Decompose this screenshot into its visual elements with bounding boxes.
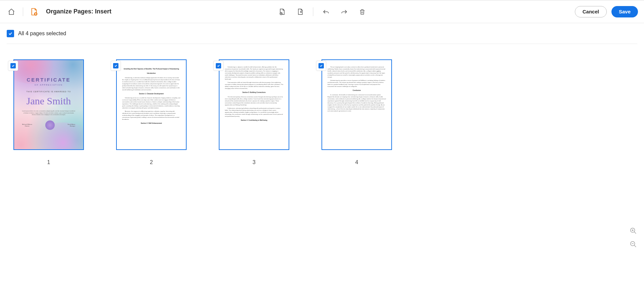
certificate-awarded-to: THIS CERTIFICATE IS AWARDED TO <box>18 91 79 93</box>
page-number: 4 <box>355 159 358 165</box>
page-checkbox[interactable] <box>111 61 121 71</box>
certificate-sign-right: Sarah Myers Manager <box>67 123 75 127</box>
page-thumbnail[interactable]: CERTIFICATE OF APPRECIATION THIS CERTIFI… <box>13 59 84 150</box>
top-toolbar: Organize Pages: Insert <box>0 0 644 23</box>
page-item: CERTIFICATE OF APPRECIATION THIS CERTIFI… <box>13 59 84 165</box>
trash-icon[interactable] <box>357 6 367 17</box>
certificate-sign-left: Michael Williams Director <box>22 123 32 127</box>
page-checkbox[interactable] <box>316 61 326 71</box>
toolbar-center <box>277 6 367 17</box>
extract-page-icon[interactable] <box>295 6 305 17</box>
page-item: Unveiling the Rich Tapestry of Benefits:… <box>116 59 187 165</box>
certificate-title: CERTIFICATE <box>18 77 79 83</box>
toolbar-divider <box>23 7 23 16</box>
insert-page-icon[interactable] <box>277 6 287 17</box>
save-button[interactable]: Save <box>611 6 638 17</box>
cancel-button[interactable]: Cancel <box>575 6 607 17</box>
page-title: Organize Pages: Insert <box>46 8 111 15</box>
page-thumbnail[interactable]: The act of giving back is not only a ser… <box>321 59 392 150</box>
zoom-in-icon[interactable] <box>629 226 638 236</box>
certificate-seal-icon <box>45 120 55 130</box>
organize-pages-icon <box>29 7 39 16</box>
page-number: 3 <box>253 159 256 165</box>
certificate-recipient: Jane Smith <box>18 95 79 107</box>
page-number: 1 <box>47 159 50 165</box>
page-number: 2 <box>150 159 153 165</box>
page-thumbnail[interactable]: Unveiling the Rich Tapestry of Benefits:… <box>116 59 187 150</box>
select-all-checkbox[interactable] <box>7 30 14 37</box>
redo-icon[interactable] <box>339 6 349 17</box>
certificate-body: Lorem ipsum dolor sit amet, consectetur … <box>18 110 79 116</box>
page-item: The act of giving back is not only a ser… <box>321 59 392 165</box>
page-checkbox[interactable] <box>213 61 224 71</box>
pages-grid: CERTIFICATE OF APPRECIATION THIS CERTIFI… <box>0 44 644 165</box>
toolbar-right: Cancel Save <box>575 6 638 17</box>
toolbar-left: Organize Pages: Insert <box>6 6 111 17</box>
page-checkbox[interactable] <box>8 61 18 71</box>
page-item: Volunteering is a dynamic crucible for s… <box>219 59 289 165</box>
zoom-out-icon[interactable] <box>629 240 638 249</box>
zoom-controls <box>629 226 638 249</box>
page-thumbnail[interactable]: Volunteering is a dynamic crucible for s… <box>219 59 289 150</box>
undo-icon[interactable] <box>320 6 331 17</box>
home-icon[interactable] <box>6 6 17 17</box>
selection-bar: All 4 pages selected <box>0 23 644 44</box>
certificate-subtitle: OF APPRECIATION <box>18 84 79 86</box>
toolbar-divider <box>313 7 313 16</box>
selection-count-label: All 4 pages selected <box>18 31 66 37</box>
